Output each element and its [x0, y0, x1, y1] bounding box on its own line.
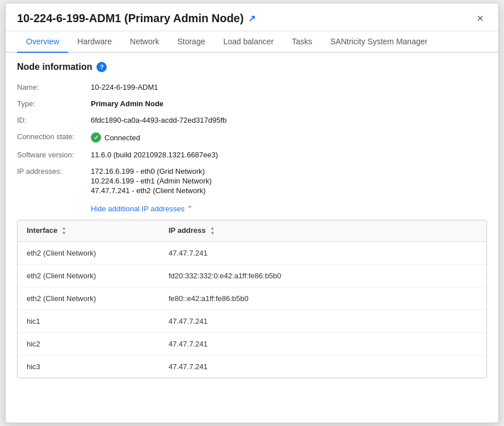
ip-table-wrapper: Interface ▲ ▼ IP address ▲ ▼	[17, 220, 487, 378]
name-label: Name:	[17, 81, 91, 93]
hide-link-wrapper: Hide additional IP addresses ⌃	[17, 199, 487, 220]
id-value: 6fdc1890-ca0a-4493-acdd-72ed317d95fb	[91, 114, 487, 126]
tab-overview[interactable]: Overview	[17, 31, 68, 53]
tab-bar: Overview Hardware Network Storage Load b…	[6, 31, 498, 53]
cell-ip-2: fe80::e42:a1ff:fe86:b5b0	[159, 287, 486, 310]
ip-table: Interface ▲ ▼ IP address ▲ ▼	[18, 220, 486, 378]
tab-load-balancer[interactable]: Load balancer	[214, 31, 283, 53]
ip-sort-icon: ▲ ▼	[210, 226, 215, 236]
tab-hardware[interactable]: Hardware	[68, 31, 121, 53]
ip-entry-1: 10.224.6.199 - eth1 (Admin Network)	[91, 177, 487, 185]
type-value: Primary Admin Node	[91, 98, 487, 110]
tab-santricity[interactable]: SANtricity System Manager	[321, 31, 436, 53]
cell-interface-2: eth2 (Client Network)	[18, 287, 159, 310]
id-label: ID:	[17, 114, 91, 126]
tab-network[interactable]: Network	[121, 31, 168, 53]
software-value: 11.6.0 (build 20210928.1321.6687ee3)	[91, 149, 487, 161]
connection-value: Connected	[91, 131, 487, 144]
close-button[interactable]: ×	[473, 11, 487, 25]
title-text: 10-224-6-199-ADM1 (Primary Admin Node)	[17, 12, 243, 25]
ip-entry-0: 172.16.6.199 - eth0 (Grid Network)	[91, 167, 487, 176]
col-header-interface[interactable]: Interface ▲ ▼	[18, 220, 159, 242]
section-title-text: Node information	[17, 62, 92, 72]
interface-sort-icon: ▲ ▼	[62, 226, 66, 236]
table-row: hic247.47.7.241	[18, 333, 486, 356]
name-value: 10-224-6-199-ADM1	[91, 81, 487, 93]
node-info-grid: Name: 10-224-6-199-ADM1 Type: Primary Ad…	[17, 81, 487, 197]
node-modal: 10-224-6-199-ADM1 (Primary Admin Node) ↗…	[5, 3, 499, 423]
software-label: Software version:	[17, 149, 91, 161]
cell-ip-3: 47.47.7.241	[159, 310, 486, 333]
cell-interface-1: eth2 (Client Network)	[18, 265, 159, 287]
col-header-ip[interactable]: IP address ▲ ▼	[159, 220, 486, 242]
content-area: Node information ? Name: 10-224-6-199-AD…	[6, 53, 498, 387]
table-header: Interface ▲ ▼ IP address ▲ ▼	[18, 220, 486, 242]
cell-ip-1: fd20:332:332:0:e42:a1ff:fe86:b5b0	[159, 265, 486, 287]
tab-storage[interactable]: Storage	[168, 31, 214, 53]
ip-entry-2: 47.47.7.241 - eth2 (Client Network)	[91, 186, 487, 195]
cell-ip-0: 47.47.7.241	[159, 242, 486, 265]
cell-interface-4: hic2	[18, 333, 159, 356]
table-row: hic147.47.7.241	[18, 310, 486, 333]
table-row: eth2 (Client Network)fe80::e42:a1ff:fe86…	[18, 287, 486, 310]
connection-text: Connected	[104, 133, 140, 142]
cell-interface-5: hic3	[18, 356, 159, 378]
external-link-icon[interactable]: ↗	[248, 13, 255, 24]
ip-label: IP addresses:	[17, 165, 91, 197]
table-scroll-area[interactable]: Interface ▲ ▼ IP address ▲ ▼	[18, 220, 486, 378]
ip-list: 172.16.6.199 - eth0 (Grid Network) 10.22…	[91, 167, 487, 195]
cell-ip-4: 47.47.7.241	[159, 333, 486, 356]
cell-ip-5: 47.47.7.241	[159, 356, 486, 378]
tab-tasks[interactable]: Tasks	[283, 31, 321, 53]
hide-additional-ip-link[interactable]: Hide additional IP addresses ⌃	[91, 204, 193, 213]
modal-title: 10-224-6-199-ADM1 (Primary Admin Node) ↗	[17, 12, 255, 25]
chevron-up-icon: ⌃	[187, 204, 193, 213]
ip-addresses: 172.16.6.199 - eth0 (Grid Network) 10.22…	[91, 165, 487, 197]
connected-status-icon	[91, 132, 101, 143]
help-icon[interactable]: ?	[96, 62, 107, 72]
table-row: hic347.47.7.241	[18, 356, 486, 378]
section-title: Node information ?	[17, 62, 487, 72]
modal-header: 10-224-6-199-ADM1 (Primary Admin Node) ↗…	[6, 3, 498, 31]
table-body: eth2 (Client Network)47.47.7.241eth2 (Cl…	[18, 242, 486, 378]
table-row: eth2 (Client Network)fd20:332:332:0:e42:…	[18, 265, 486, 287]
cell-interface-0: eth2 (Client Network)	[18, 242, 159, 265]
table-row: eth2 (Client Network)47.47.7.241	[18, 242, 486, 265]
connection-label: Connection state:	[17, 131, 91, 144]
cell-interface-3: hic1	[18, 310, 159, 333]
type-label: Type:	[17, 98, 91, 110]
